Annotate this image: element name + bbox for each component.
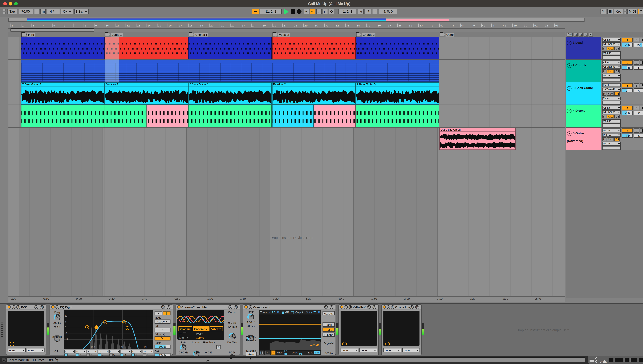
- quantization-menu[interactable]: 1 Bar: [74, 9, 88, 14]
- solo-button[interactable]: S: [634, 38, 639, 42]
- chorus-feedback-value[interactable]: 0.0 %: [203, 351, 214, 354]
- comp-drywet-value[interactable]: 100 %: [322, 352, 336, 355]
- clip[interactable]: [146, 105, 188, 127]
- time-signature-field[interactable]: 4 / 4: [46, 9, 60, 14]
- sidechain-source-select[interactable]: none: [8, 348, 26, 352]
- track-activator-button[interactable]: 1: [622, 38, 633, 42]
- device-d50[interactable]: ▼⚒D-50 ↻▤ none none: [6, 304, 46, 355]
- mini-device-thumb[interactable]: [639, 358, 643, 362]
- comp-rms-button[interactable]: RMS: [322, 328, 335, 332]
- clip-bassline-2[interactable]: Bassline 2: [272, 82, 356, 104]
- punch-in-button[interactable]: ↘: [358, 9, 364, 14]
- automation-mode-toggle[interactable]: ■: [589, 32, 593, 36]
- volume-field[interactable]: -3.0: [622, 43, 633, 47]
- arm-record-button[interactable]: [640, 128, 643, 133]
- track-header-2[interactable]: ▼2 ChordsAll InsAll ChanneInAutoOffMaste…: [566, 60, 643, 82]
- eq-band-filter-select[interactable]: <>▾: [109, 350, 120, 353]
- monitor-auto-button[interactable]: Auto: [607, 92, 614, 96]
- io-show-toggle[interactable]: ◎: [574, 32, 578, 36]
- eq-spectrum-button[interactable]: ▎▍▏: [163, 311, 170, 316]
- track-fold-icon[interactable]: ▼: [567, 131, 572, 136]
- tap-tempo-button[interactable]: Tap: [7, 9, 17, 14]
- output-channel-select[interactable]: [602, 101, 620, 104]
- output-channel-select[interactable]: [602, 146, 620, 150]
- chorus-mode-classic[interactable]: Classic: [178, 326, 192, 331]
- track-activator-button[interactable]: 2: [622, 60, 633, 65]
- locator-intro[interactable]: Intro: [21, 32, 35, 36]
- mini-device-thumb[interactable]: [608, 358, 613, 362]
- input-channel-select[interactable]: All Channe: [602, 110, 620, 114]
- device-ozone[interactable]: ▼⚒Ozone Ima... ↻▤ none none: [381, 304, 422, 355]
- save-preset-icon[interactable]: ▤: [167, 305, 170, 309]
- clip-7-bass-guitar-3[interactable]: 7 Bass Guitar 3: [356, 82, 439, 104]
- arm-record-button[interactable]: [640, 83, 643, 88]
- device-on-toggle[interactable]: [51, 305, 54, 308]
- track-name-cell[interactable]: ▼1 Lead: [566, 37, 601, 59]
- comp-threshold-line[interactable]: [259, 338, 321, 339]
- eq-band-point-6[interactable]: 6: [122, 320, 126, 324]
- volume-field[interactable]: -7.7: [622, 88, 633, 92]
- output-routing-select[interactable]: Master: [602, 51, 620, 55]
- eq-freq-knob[interactable]: [54, 314, 60, 321]
- solo-button[interactable]: S: [634, 106, 639, 110]
- hot-swap-icon[interactable]: ↻: [161, 305, 165, 309]
- clip[interactable]: [21, 105, 146, 127]
- comp-auto-release-toggle[interactable]: Auto: [246, 352, 256, 356]
- eq-band-filter-select[interactable]: x4▾: [76, 350, 86, 353]
- chorus-rate-knob[interactable]: [180, 344, 186, 351]
- track-header-4[interactable]: ▼4 DrumsAll InsAll ChanneInAutoOffMaster…: [566, 105, 643, 128]
- device-on-toggle[interactable]: [177, 305, 180, 308]
- device-valhalla[interactable]: ▼⚒ValhallaVi... ↻▤ none none: [338, 304, 379, 355]
- cpu-meter[interactable]: 7 %: [638, 9, 643, 14]
- monitor-off-button[interactable]: Off: [614, 92, 620, 96]
- set-button[interactable]: Set: [567, 32, 573, 36]
- draw-pencil-button[interactable]: ✎: [600, 9, 606, 14]
- eq-freq-value[interactable]: 290 Hz: [51, 321, 64, 324]
- input-channel-select[interactable]: All Channe: [602, 42, 620, 46]
- track-name-cell[interactable]: ▼2 Chords: [566, 60, 601, 82]
- minimize-window-button[interactable]: [9, 2, 12, 5]
- mixer-show-toggle[interactable]: ✎: [584, 32, 588, 36]
- track-activator-button[interactable]: 3: [622, 83, 633, 88]
- pan-field[interactable]: C: [634, 88, 643, 92]
- chorus-drywet-value[interactable]: 50 %: [226, 351, 239, 354]
- draw-mode-button[interactable]: +: [304, 9, 309, 14]
- metronome-toggle[interactable]: O●: [61, 9, 74, 14]
- output-routing-select[interactable]: Master: [602, 74, 620, 78]
- time-ruler[interactable]: 0:000:100:200:300:400:501:001:101:201:30…: [8, 296, 565, 302]
- eq-band-point-1[interactable]: 1: [94, 326, 98, 329]
- sidechain-source-select[interactable]: none: [340, 348, 358, 352]
- chorus-rate-value[interactable]: 0.90 Hz: [177, 351, 190, 354]
- close-window-button[interactable]: [3, 2, 7, 5]
- clip[interactable]: [356, 105, 439, 127]
- hot-swap-icon[interactable]: ↻: [324, 305, 328, 309]
- stop-button[interactable]: [291, 9, 295, 14]
- plugin-edit-ring[interactable]: [342, 342, 347, 346]
- output-routing-select[interactable]: Master: [602, 119, 620, 123]
- device-view-selector[interactable]: [1, 320, 3, 337]
- input-type-select[interactable]: Master: [602, 128, 620, 132]
- midi-overdub-button[interactable]: ⚯: [310, 9, 315, 14]
- locator-row[interactable]: IntroVerse 1Chorus 1Verse 2Chorus 2Outro: [8, 32, 565, 37]
- wrench-icon[interactable]: ⚒: [16, 305, 20, 309]
- arm-record-button[interactable]: [640, 38, 643, 42]
- track-activator-button[interactable]: 4: [622, 106, 633, 110]
- zoom-window-button[interactable]: [14, 2, 18, 5]
- record-button[interactable]: [297, 9, 302, 14]
- save-preset-icon[interactable]: ▤: [234, 305, 238, 309]
- chorus-mode-ensemble[interactable]: Ensemble: [193, 326, 209, 331]
- volume-field[interactable]: -6.8: [622, 66, 633, 70]
- monitor-off-button[interactable]: Off: [614, 69, 620, 73]
- track-name-cell[interactable]: ▼4 Drums: [566, 105, 601, 127]
- eq-edit-ab-button[interactable]: A: [154, 328, 170, 332]
- sidechain-source-select[interactable]: none: [383, 348, 401, 352]
- returns-show-toggle[interactable]: ◎: [579, 32, 583, 36]
- comp-makeup-toggle[interactable]: Makeup: [322, 311, 335, 316]
- track-fold-icon[interactable]: ▼: [567, 63, 572, 68]
- clip[interactable]: [272, 105, 314, 127]
- locator-verse-2[interactable]: Verse 2: [272, 32, 290, 36]
- comp-view-activity-icon[interactable]: ░: [271, 351, 276, 355]
- follow-button[interactable]: ➞: [252, 9, 259, 14]
- track-header-1[interactable]: ▼1 LeadAll InsAll ChanneInAutoOffMaster …: [566, 37, 643, 60]
- fold-icon[interactable]: ▼: [248, 305, 252, 309]
